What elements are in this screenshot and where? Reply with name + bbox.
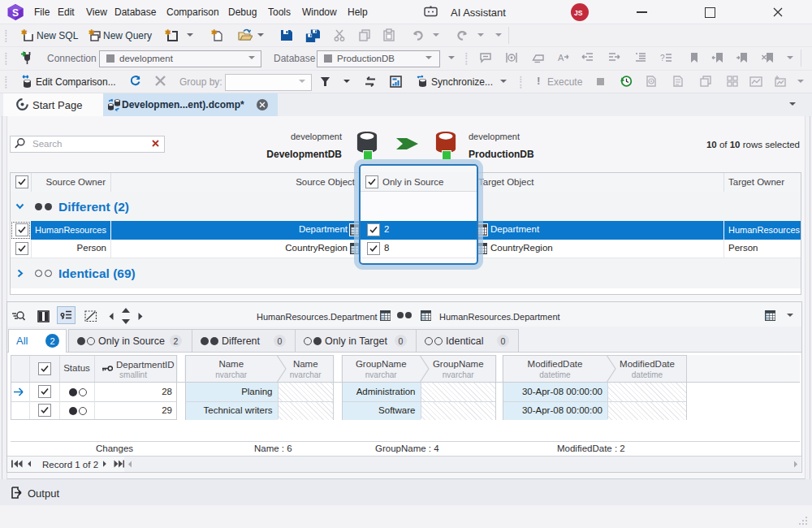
svg-text:?: ? bbox=[660, 54, 665, 63]
svg-text:✱: ✱ bbox=[89, 28, 95, 37]
svg-text:A: A bbox=[558, 53, 564, 63]
svg-text:S: S bbox=[12, 7, 19, 19]
svg-text:✱: ✱ bbox=[165, 28, 171, 37]
svg-text:✱: ✱ bbox=[21, 28, 28, 37]
svg-text:✱: ✱ bbox=[211, 28, 218, 37]
